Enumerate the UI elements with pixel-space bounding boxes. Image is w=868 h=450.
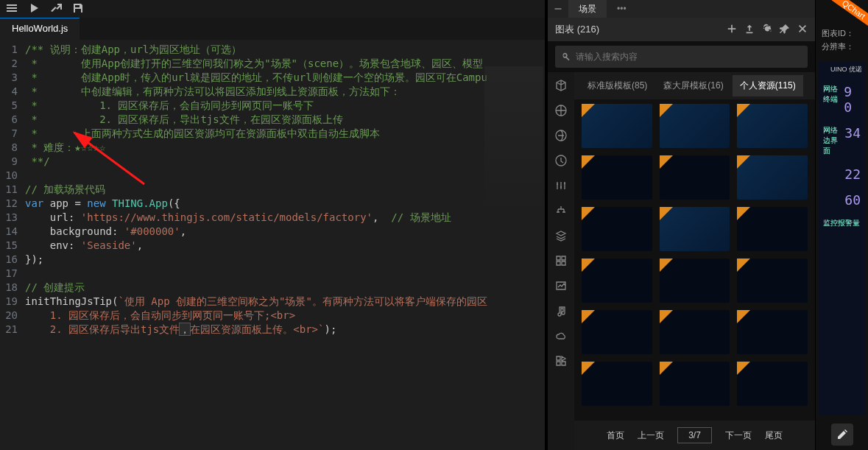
rail-cube-icon[interactable] — [551, 75, 571, 96]
thumbnail[interactable] — [582, 259, 652, 303]
thumbnail[interactable] — [660, 207, 730, 251]
thumbnail[interactable] — [660, 362, 730, 406]
edit-button[interactable] — [831, 423, 853, 446]
toptab-scene[interactable]: 场景 — [568, 0, 607, 18]
qchart-res-label: 分辨率： — [822, 40, 862, 53]
editor-tabbar: HelloWorld.js — [0, 18, 545, 40]
search-icon — [561, 52, 571, 62]
panel-topbar: 场景 ••• — [548, 0, 815, 18]
thumbnail[interactable] — [660, 259, 730, 303]
upload-icon[interactable] — [744, 24, 755, 36]
panel-header: 图表 (216) — [548, 18, 815, 41]
save-icon[interactable] — [72, 2, 84, 16]
minimap[interactable] — [484, 66, 543, 214]
editor-toolbar — [0, 0, 545, 18]
rail-earth-icon[interactable] — [551, 125, 571, 146]
thumbnail[interactable] — [737, 310, 808, 354]
share-icon[interactable] — [50, 2, 62, 16]
qchart-preview[interactable]: UINO 优诺 网络终端9 0网络边界面342260监控报警量 — [819, 62, 865, 415]
qchart-row: 监控报警量 — [823, 218, 861, 228]
refresh-icon[interactable] — [762, 24, 772, 36]
line-gutter: 123456789101112131415161718192021 — [0, 40, 22, 450]
thumbnail[interactable] — [582, 362, 652, 406]
pager-next[interactable]: 下一页 — [725, 429, 752, 442]
pager-current: 3/7 — [677, 427, 712, 443]
qchart-row: 22 — [823, 166, 861, 182]
panel-count: (216) — [577, 24, 599, 35]
rail-layers-icon[interactable] — [551, 225, 571, 246]
thumbnail[interactable] — [737, 104, 808, 148]
rail-clock-icon[interactable] — [551, 150, 571, 171]
pager-first[interactable]: 首页 — [607, 429, 624, 442]
pager: 首页 上一页 3/7 下一页 尾页 — [574, 421, 815, 450]
pager-last[interactable]: 尾页 — [765, 429, 783, 442]
toptab-more[interactable]: ••• — [607, 0, 637, 18]
thumbnail[interactable] — [660, 310, 730, 354]
resource-panel: 场景 ••• 图表 (216) 标准版模板(85)森大屏模板(16)个人资源(1… — [548, 0, 815, 450]
icon-rail — [548, 72, 574, 450]
thumbnail[interactable] — [660, 104, 730, 148]
qchart-row: 60 — [823, 192, 861, 208]
rail-sliders-icon[interactable] — [551, 175, 571, 196]
rail-music-icon[interactable] — [551, 300, 571, 321]
qchart-brand: UINO 优诺 — [830, 65, 862, 74]
source-text[interactable]: /** 说明：创建App，url为园区地址（可选） * 使用App创建打开的三维… — [22, 40, 545, 450]
qchart-row: 网络终端9 0 — [823, 84, 861, 115]
qchart-sidebar: QChart 图表ID： 分辨率： UINO 优诺 网络终端9 0网络边界面34… — [815, 0, 868, 450]
thumbnail[interactable] — [660, 155, 730, 200]
rail-globe-icon[interactable] — [551, 100, 571, 121]
rail-grid-icon[interactable] — [551, 250, 571, 271]
rail-cloud-icon[interactable] — [551, 326, 571, 346]
search-box[interactable] — [555, 46, 808, 68]
rail-image-icon[interactable] — [551, 275, 571, 296]
rail-widget-icon[interactable] — [551, 351, 571, 371]
rail-tree-icon[interactable] — [551, 200, 571, 221]
code-area[interactable]: 123456789101112131415161718192021 /** 说明… — [0, 40, 545, 450]
qchart-id-label: 图表ID： — [822, 27, 862, 40]
add-icon[interactable] — [727, 24, 737, 36]
panel-title: 图表 — [555, 24, 574, 35]
thumbnail[interactable] — [582, 104, 652, 148]
search-input[interactable] — [576, 52, 802, 62]
subtabs: 标准版模板(85)森大屏模板(16)个人资源(115) — [574, 72, 815, 99]
subtab-2[interactable]: 个人资源(115) — [733, 75, 803, 96]
run-icon[interactable] — [28, 2, 40, 16]
subtab-0[interactable]: 标准版模板(85) — [580, 75, 654, 96]
qchart-row: 网络边界面34 — [823, 125, 861, 156]
subtab-1[interactable]: 森大屏模板(16) — [656, 75, 730, 96]
thumbnail-grid — [574, 99, 815, 421]
thumbnail[interactable] — [582, 310, 652, 354]
pin-icon[interactable] — [780, 24, 790, 36]
editor-tab[interactable]: HelloWorld.js — [0, 18, 80, 40]
menu-icon[interactable] — [6, 2, 18, 16]
thumbnail[interactable] — [582, 207, 652, 251]
thumbnail[interactable] — [737, 259, 808, 303]
close-icon[interactable] — [797, 24, 808, 36]
thumbnail[interactable] — [737, 362, 808, 406]
thumbnail[interactable] — [737, 207, 808, 251]
thumbnail[interactable] — [582, 155, 652, 200]
pager-prev[interactable]: 上一页 — [638, 429, 664, 442]
thumbnail[interactable] — [737, 155, 808, 200]
expand-icon[interactable] — [548, 0, 568, 18]
gallery-column: 标准版模板(85)森大屏模板(16)个人资源(115) 首页 上一页 3/7 下… — [574, 72, 815, 450]
code-editor: HelloWorld.js 12345678910111213141516171… — [0, 0, 545, 450]
